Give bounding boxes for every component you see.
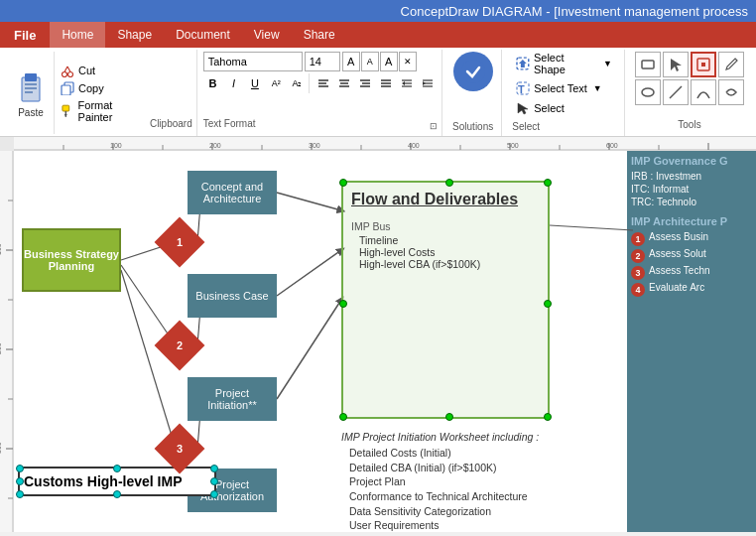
tool-extra-button[interactable] [718,79,744,105]
select-text-dropdown[interactable]: ▼ [593,83,602,93]
sel-handle-tr[interactable] [544,179,552,187]
sel-handle-br[interactable] [544,413,552,421]
svg-rect-1 [25,73,37,81]
paste-label: Paste [18,107,44,118]
svg-point-44 [642,88,654,96]
diagram-canvas[interactable]: Business StrategyPlanning Concept andArc… [14,151,756,532]
diagram-container: Business StrategyPlanning Concept andArc… [14,151,756,532]
align-btns [309,73,438,93]
svg-rect-43 [701,63,705,67]
sel-handle-bl[interactable] [339,413,347,421]
sel-handle-mr[interactable] [544,300,552,308]
svg-line-86 [277,193,341,210]
customs-sel-ml[interactable] [16,477,24,485]
tool-select-button[interactable] [691,52,716,77]
svg-rect-2 [25,83,37,85]
customs-box[interactable]: Customs High-level IMP [18,467,216,496]
font-name-input[interactable] [203,52,303,71]
indent-decrease-button[interactable] [397,73,417,93]
align-justify-button[interactable] [376,73,396,93]
process-box-project-init[interactable]: ProjectInitiation** [188,377,277,421]
format-row: B I U A² A₂ [203,73,438,93]
tool-pointer-button[interactable] [663,52,689,77]
customs-sel-br[interactable] [210,490,218,498]
paste-button[interactable]: Paste [8,52,55,134]
bold-button[interactable]: B [203,73,222,93]
document-menu[interactable]: Document [164,22,242,48]
customs-sel-tc[interactable] [113,465,121,472]
diamond-1[interactable]: 1 [162,224,197,260]
solutions-section[interactable]: Solutions [444,50,502,136]
indent-increase-button[interactable] [418,73,438,93]
diamond-3[interactable]: 3 [162,431,197,467]
customs-sel-tr[interactable] [210,465,218,472]
svg-line-88 [277,300,341,399]
tool-rect-button[interactable] [635,52,661,77]
sel-handle-tc[interactable] [445,179,453,187]
select-text-button[interactable]: T Select Text ▼ [512,79,616,97]
customs-sel-bl[interactable] [16,490,24,498]
font-clear-button[interactable]: ✕ [399,52,417,71]
copy-button[interactable]: Copy [59,80,150,96]
diamond-2[interactable]: 2 [162,328,197,363]
italic-button[interactable]: I [224,73,243,93]
tool-line-button[interactable] [663,79,689,105]
text-format-section: A A A ✕ B I U A² A₂ [199,50,442,136]
tool-pencil-button[interactable] [718,52,744,77]
svg-rect-10 [62,85,70,95]
superscript-button[interactable]: A² [267,73,286,93]
clipboard-label: Clipboard [150,116,192,131]
tool-ellipse-button[interactable] [635,79,661,105]
customs-sel-bc[interactable] [113,490,121,498]
sel-handle-ml[interactable] [339,300,347,308]
home-menu[interactable]: Home [50,22,105,48]
arch-label-3: Assess Techn [649,265,710,276]
font-size-a-button[interactable]: A [380,52,398,71]
arch-badge-2: 2 [631,249,645,263]
svg-text:600: 600 [606,142,618,149]
sel-handle-bc[interactable] [445,413,453,421]
format-painter-icon [61,104,74,118]
tool-curve-button[interactable] [691,79,716,105]
cut-button[interactable]: Cut [59,63,150,78]
share-menu[interactable]: Share [292,22,347,48]
text-format-expander[interactable]: ⊡ [430,121,438,131]
font-size-increase-button[interactable]: A [342,52,360,71]
svg-rect-46 [14,137,756,151]
select-button[interactable]: Select [512,99,616,117]
text-format-label: Text Format [203,116,256,131]
flow-deliverables-box[interactable]: Flow and Deliverables IMP Bus Timeline H… [341,181,550,419]
customs-sel-tl[interactable] [16,465,24,472]
format-painter-button[interactable]: Format Painter [59,98,150,124]
customs-sel-mr[interactable] [210,477,218,485]
file-menu[interactable]: File [0,22,50,48]
canvas-area[interactable]: 100 200 300 400 500 600 100 200 300 [0,137,756,532]
process-box-business-case[interactable]: Business Case [188,274,277,318]
svg-line-7 [64,67,67,72]
business-case-label: Business Case [195,290,268,302]
sel-handle-tl[interactable] [339,179,347,187]
font-size-input[interactable] [305,52,340,71]
align-center-button[interactable] [334,73,354,93]
select-shape-button[interactable]: Select Shape ▼ [512,50,616,77]
bsp-box[interactable]: Business StrategyPlanning [22,228,121,292]
svg-rect-40 [642,61,654,68]
font-size-decrease-button[interactable]: A [361,52,379,71]
process-box-concept[interactable]: Concept andArchitecture [188,171,277,214]
svg-text:400: 400 [408,142,420,149]
copy-icon [61,81,74,95]
underline-button[interactable]: U [245,73,264,93]
format-painter-label: Format Painter [78,99,148,123]
concept-label: Concept andArchitecture [201,181,263,204]
tools-section: Tools [627,50,752,136]
tools-label: Tools [678,117,700,132]
shape-menu[interactable]: Shape [105,22,164,48]
align-left-button[interactable] [314,73,333,93]
solutions-icon [453,52,493,91]
view-menu[interactable]: View [242,22,292,48]
select-shape-dropdown[interactable]: ▼ [603,59,612,68]
project-init-label: ProjectInitiation** [207,387,257,411]
subscript-button[interactable]: A₂ [288,73,307,93]
align-right-button[interactable] [355,73,375,93]
ribbon: Paste Cut Copy [0,48,756,137]
